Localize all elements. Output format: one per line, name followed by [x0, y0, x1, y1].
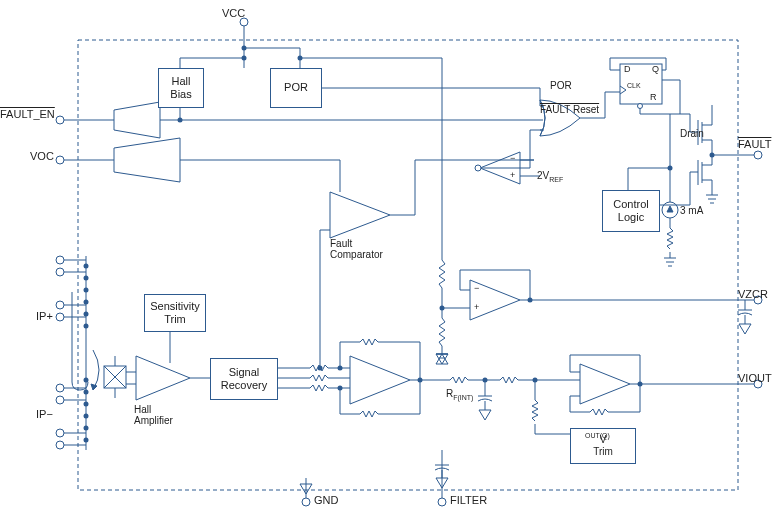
current-source-label: 3 mA	[680, 205, 703, 216]
fault-comparator-label: Fault Comparator	[330, 238, 383, 260]
svg-point-120	[56, 396, 64, 404]
svg-marker-114	[739, 324, 751, 334]
pin-vzcr: VZCR	[738, 288, 768, 300]
ff-q: Q	[652, 64, 659, 74]
svg-point-116	[56, 268, 64, 276]
svg-marker-186	[580, 364, 630, 404]
svg-point-126	[84, 288, 89, 293]
svg-point-20	[56, 116, 64, 124]
sensitivity-trim-block: Sensitivity Trim	[144, 294, 206, 332]
control-logic-block: Control Logic	[602, 190, 660, 232]
hall-amplifier-label: Hall Amplifier	[134, 404, 173, 426]
comp1-minus: −	[510, 153, 515, 163]
svg-point-54	[56, 156, 64, 164]
two-vref-label: 2VREF	[537, 170, 563, 183]
svg-point-200	[302, 498, 310, 506]
por-signal-label: POR	[550, 80, 572, 91]
svg-point-129	[84, 324, 89, 329]
svg-point-115	[56, 256, 64, 264]
pin-viout: VIOUT	[738, 372, 772, 384]
hall-bias-block: Hall Bias	[158, 68, 204, 108]
svg-point-89	[754, 151, 762, 159]
svg-point-131	[84, 390, 89, 395]
vzcr-minus: −	[474, 283, 479, 293]
svg-marker-180	[479, 410, 491, 420]
pin-fault: FAULT	[738, 138, 771, 150]
svg-point-96	[668, 166, 673, 171]
fault-reset-label: FAULT Reset	[540, 104, 599, 115]
svg-point-117	[56, 301, 64, 309]
svg-marker-22	[114, 102, 160, 138]
svg-point-44	[638, 104, 643, 109]
svg-marker-17	[436, 354, 448, 364]
ff-r: R	[650, 92, 657, 102]
svg-point-119	[56, 384, 64, 392]
svg-point-125	[84, 276, 89, 281]
pin-filter: FILTER	[450, 494, 487, 506]
comp1-plus: +	[510, 170, 515, 180]
svg-marker-59	[330, 192, 390, 238]
svg-point-130	[84, 378, 89, 383]
svg-point-11	[298, 56, 303, 61]
ff-d: D	[624, 64, 631, 74]
pin-vcc: VCC	[222, 7, 245, 19]
drain-label: Drain	[680, 128, 704, 139]
svg-marker-149	[136, 356, 190, 400]
vzcr-plus: +	[474, 302, 479, 312]
pin-ip-plus: IP+	[36, 310, 53, 322]
svg-point-134	[84, 426, 89, 431]
pin-voc: VOC	[30, 150, 54, 162]
svg-point-124	[84, 264, 89, 269]
svg-point-121	[56, 429, 64, 437]
ff-clk: CLK	[627, 82, 641, 89]
rf-int-label: RF(INT)	[446, 388, 473, 401]
svg-point-128	[84, 312, 89, 317]
svg-point-203	[438, 498, 446, 506]
pin-fault-en: FAULT_EN	[0, 108, 55, 120]
svg-point-133	[84, 414, 89, 419]
svg-point-118	[56, 313, 64, 321]
svg-point-1	[240, 18, 248, 26]
signal-recovery-block: Signal Recovery	[210, 358, 278, 400]
svg-point-50	[475, 165, 481, 171]
pin-ip-minus: IP−	[36, 408, 53, 420]
block-diagram: VCC FAULT_EN VOC IP+ IP− FAULT VZCR VIOU…	[10, 10, 762, 512]
vout-q-sub: OUT(Q)	[585, 432, 610, 439]
svg-marker-56	[114, 138, 180, 182]
svg-marker-164	[350, 356, 410, 404]
svg-point-135	[84, 438, 89, 443]
pin-gnd: GND	[314, 494, 338, 506]
por-block: POR	[270, 68, 322, 108]
svg-point-132	[84, 402, 89, 407]
svg-point-25	[178, 118, 183, 123]
svg-point-127	[84, 300, 89, 305]
svg-point-163	[318, 366, 323, 371]
svg-point-122	[56, 441, 64, 449]
